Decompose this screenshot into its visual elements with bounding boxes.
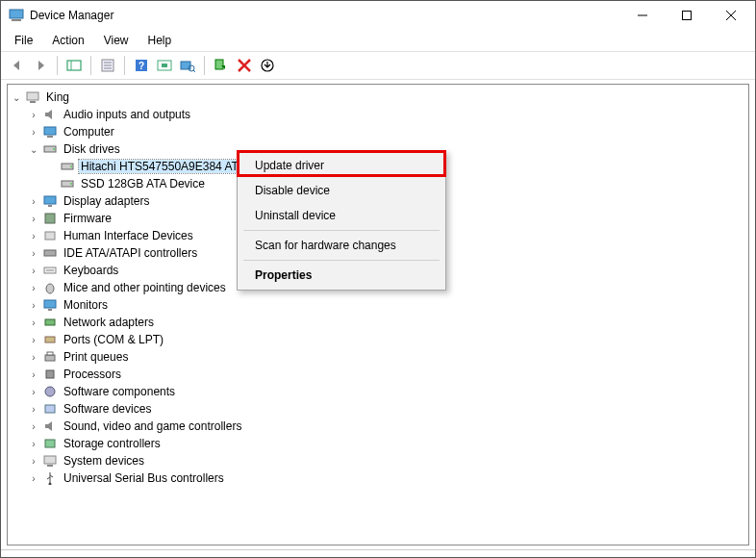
software-icon	[42, 384, 58, 399]
menu-view[interactable]: View	[96, 32, 137, 49]
chevron-down-icon[interactable]: ⌄	[27, 144, 40, 155]
chevron-right-icon[interactable]: ›	[27, 317, 40, 328]
chevron-down-icon[interactable]: ⌄	[10, 92, 23, 103]
ports-icon	[42, 332, 58, 347]
tree-item-software-components[interactable]: ›Software components	[27, 383, 746, 400]
disk-icon	[42, 141, 58, 157]
svg-point-48	[45, 387, 55, 396]
software-icon	[42, 401, 58, 417]
hid-icon	[42, 228, 58, 243]
device-tree-panel: ⌄ King ›Audio inputs and outputs ›Comput…	[7, 84, 749, 545]
svg-rect-49	[45, 405, 55, 413]
tree-item-audio[interactable]: ›Audio inputs and outputs	[27, 106, 746, 123]
audio-icon	[42, 107, 58, 122]
chevron-right-icon[interactable]: ›	[27, 369, 40, 380]
minimize-button[interactable]	[620, 1, 665, 30]
app-icon	[9, 8, 24, 23]
menu-action[interactable]: Action	[44, 32, 91, 49]
svg-rect-15	[162, 63, 167, 67]
svg-rect-52	[47, 465, 53, 467]
svg-rect-0	[10, 10, 23, 18]
svg-rect-23	[27, 92, 38, 100]
chevron-right-icon[interactable]: ›	[27, 352, 40, 363]
firmware-icon	[42, 211, 58, 226]
scan-button[interactable]	[177, 55, 198, 76]
svg-rect-42	[48, 309, 52, 311]
context-scan-hardware[interactable]: Scan for hardware changes	[239, 233, 443, 258]
tree-item-monitors[interactable]: ›Monitors	[27, 296, 746, 314]
chevron-right-icon[interactable]: ›	[27, 283, 40, 293]
svg-point-32	[70, 183, 72, 185]
chevron-right-icon[interactable]: ›	[27, 266, 40, 276]
tree-item-printqueues[interactable]: ›Print queues	[27, 348, 746, 366]
svg-point-30	[70, 165, 72, 167]
tree-item-sound[interactable]: ›Sound, video and game controllers	[27, 418, 746, 435]
menu-help[interactable]: Help	[140, 32, 180, 49]
svg-rect-46	[47, 352, 53, 355]
uninstall-device-button[interactable]	[234, 55, 255, 76]
forward-button[interactable]	[30, 55, 51, 76]
keyboard-icon	[42, 263, 58, 278]
chevron-right-icon[interactable]: ›	[27, 110, 40, 120]
status-bar: Opens property sheet for the current sel…	[1, 549, 755, 558]
chevron-right-icon[interactable]: ›	[27, 387, 40, 397]
context-separator	[243, 230, 440, 231]
action-button[interactable]	[154, 55, 175, 76]
svg-rect-37	[44, 250, 56, 256]
update-driver-button[interactable]	[257, 55, 278, 76]
computer-icon	[42, 124, 58, 140]
tree-root[interactable]: ⌄ King	[10, 89, 746, 106]
svg-rect-35	[45, 214, 55, 223]
processor-icon	[42, 367, 58, 382]
back-button[interactable]	[7, 55, 28, 76]
svg-rect-41	[44, 300, 56, 308]
chevron-right-icon[interactable]: ›	[27, 214, 40, 224]
tree-item-storage[interactable]: ›Storage controllers	[27, 435, 746, 452]
chevron-right-icon[interactable]: ›	[27, 196, 40, 207]
chevron-right-icon[interactable]: ›	[27, 248, 40, 259]
sound-icon	[42, 418, 58, 434]
storage-icon	[42, 436, 58, 451]
disk-icon	[60, 159, 75, 174]
properties-button[interactable]	[97, 55, 118, 76]
close-button[interactable]	[709, 1, 753, 30]
show-hide-console-button[interactable]	[63, 55, 85, 76]
tree-item-software-devices[interactable]: ›Software devices	[27, 400, 746, 418]
chevron-right-icon[interactable]: ›	[27, 300, 40, 311]
svg-point-28	[53, 148, 55, 150]
svg-rect-6	[67, 61, 81, 70]
enable-device-button[interactable]	[211, 55, 232, 76]
mouse-icon	[42, 280, 58, 295]
disk-icon	[60, 176, 75, 191]
svg-rect-19	[215, 60, 223, 69]
tree-item-network[interactable]: ›Network adapters	[27, 314, 746, 331]
chevron-right-icon[interactable]: ›	[27, 439, 40, 449]
chevron-right-icon[interactable]: ›	[27, 404, 40, 415]
menu-file[interactable]: File	[7, 32, 40, 49]
context-update-driver[interactable]: Update driver	[239, 153, 443, 178]
tree-item-system[interactable]: ›System devices	[27, 452, 746, 469]
display-icon	[42, 193, 58, 209]
svg-rect-45	[45, 355, 55, 361]
tree-item-computer[interactable]: ›Computer	[27, 123, 746, 140]
chevron-right-icon[interactable]: ›	[27, 456, 40, 467]
svg-rect-34	[48, 205, 52, 207]
chevron-right-icon[interactable]: ›	[27, 421, 40, 432]
svg-rect-44	[45, 337, 55, 342]
context-separator	[243, 260, 440, 261]
tree-item-processors[interactable]: ›Processors	[27, 366, 746, 383]
svg-rect-51	[44, 456, 56, 464]
tree-item-ports[interactable]: ›Ports (COM & LPT)	[27, 331, 746, 348]
chevron-right-icon[interactable]: ›	[27, 473, 40, 484]
context-properties[interactable]: Properties	[239, 263, 443, 288]
svg-line-18	[193, 70, 195, 72]
maximize-button[interactable]	[665, 1, 709, 30]
tree-item-usb[interactable]: ›Universal Serial Bus controllers	[27, 469, 746, 487]
chevron-right-icon[interactable]: ›	[27, 335, 40, 345]
context-uninstall-device[interactable]: Uninstall device	[239, 203, 443, 228]
chevron-right-icon[interactable]: ›	[27, 231, 40, 241]
chevron-right-icon[interactable]: ›	[27, 127, 40, 138]
svg-rect-25	[44, 127, 56, 135]
context-disable-device[interactable]: Disable device	[239, 178, 443, 203]
help-button[interactable]: ?	[131, 55, 152, 76]
